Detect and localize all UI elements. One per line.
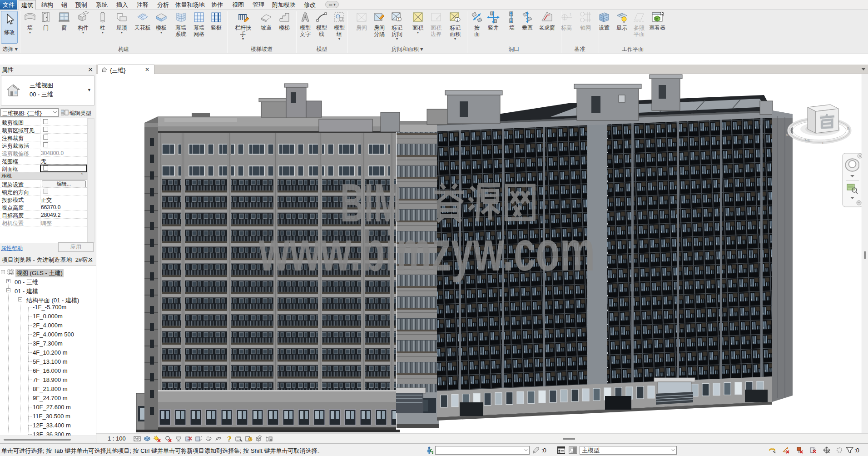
svg-text:1: 1 [570, 13, 571, 16]
svg-text:1: 1 [398, 18, 400, 21]
svg-text:N: N [786, 133, 789, 137]
svg-text:NE: NE [805, 138, 810, 142]
svg-text:E: E [822, 141, 825, 145]
svg-text:S: S [847, 126, 849, 130]
svg-text:1: 1 [456, 18, 458, 21]
svg-text:www.bimzyw.com: www.bimzyw.com [258, 220, 595, 282]
